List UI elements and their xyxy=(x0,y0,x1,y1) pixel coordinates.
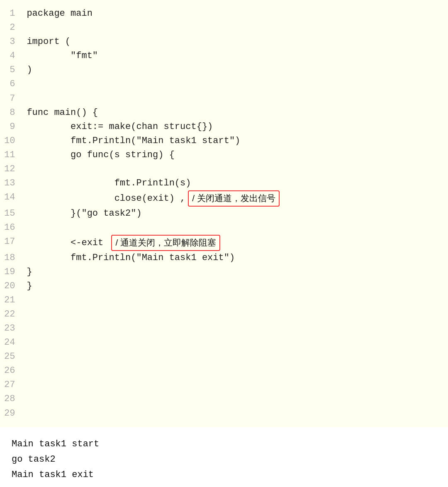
line-number: 4 xyxy=(0,49,22,63)
code-line: 26 xyxy=(0,364,448,378)
line-number: 13 xyxy=(0,176,22,190)
code-line: 10 fmt.Println("Main task1 start") xyxy=(0,134,448,148)
line-code xyxy=(22,162,448,176)
code-line: 4 "fmt" xyxy=(0,49,448,63)
code-line: 11 go func(s string) { xyxy=(0,148,448,162)
code-line: 8func main() { xyxy=(0,106,448,120)
annotation-box: / 关闭通道，发出信号 xyxy=(188,190,280,207)
line-code: func main() { xyxy=(22,106,448,120)
code-line: 5) xyxy=(0,63,448,77)
code-line: 20} xyxy=(0,279,448,293)
code-line: 6 xyxy=(0,77,448,91)
code-line: 7 xyxy=(0,92,448,106)
line-code: go func(s string) { xyxy=(22,148,448,162)
line-code xyxy=(22,364,448,378)
line-number: 8 xyxy=(0,106,22,120)
line-code: close(exit) ,/ 关闭通道，发出信号 xyxy=(22,190,448,207)
line-number: 20 xyxy=(0,279,22,293)
line-code: } xyxy=(22,279,448,293)
line-number: 7 xyxy=(0,92,22,106)
code-line: 28 xyxy=(0,392,448,406)
line-number: 25 xyxy=(0,350,22,364)
line-number: 27 xyxy=(0,378,22,392)
line-number: 23 xyxy=(0,321,22,336)
line-code xyxy=(22,92,448,106)
line-code: <-exit / 通道关闭，立即解除阻塞 xyxy=(22,235,448,251)
code-table: 1package main23import (4 "fmt"5)678func … xyxy=(0,7,448,421)
code-block: 1package main23import (4 "fmt"5)678func … xyxy=(0,0,448,427)
line-code xyxy=(22,321,448,336)
line-code: ) xyxy=(22,63,448,77)
code-line: 16 xyxy=(0,221,448,235)
code-line: 27 xyxy=(0,378,448,392)
code-line: 3import ( xyxy=(0,35,448,49)
code-line: 12 xyxy=(0,162,448,176)
code-line: 19} xyxy=(0,265,448,279)
line-code xyxy=(22,378,448,392)
line-number: 16 xyxy=(0,221,22,235)
code-line: 21 xyxy=(0,293,448,307)
code-line: 2 xyxy=(0,21,448,35)
line-code xyxy=(22,221,448,235)
code-line: 25 xyxy=(0,350,448,364)
line-number: 12 xyxy=(0,162,22,176)
code-line: 17 <-exit / 通道关闭，立即解除阻塞 xyxy=(0,235,448,251)
code-line: 29 xyxy=(0,407,448,421)
code-line: 24 xyxy=(0,336,448,350)
line-code xyxy=(22,407,448,421)
code-line: 14 close(exit) ,/ 关闭通道，发出信号 xyxy=(0,190,448,207)
line-number: 14 xyxy=(0,190,22,207)
code-line: 1package main xyxy=(0,7,448,21)
line-number: 10 xyxy=(0,134,22,148)
line-code: fmt.Println(s) xyxy=(22,176,448,190)
line-code xyxy=(22,350,448,364)
line-number: 6 xyxy=(0,77,22,91)
output-line: Main task1 exit xyxy=(12,467,436,482)
line-number: 9 xyxy=(0,120,22,134)
line-number: 28 xyxy=(0,392,22,406)
line-number: 26 xyxy=(0,364,22,378)
line-code: package main xyxy=(22,7,448,21)
annotation-box: / 通道关闭，立即解除阻塞 xyxy=(111,235,220,251)
code-line: 18 fmt.Println("Main task1 exit") xyxy=(0,251,448,265)
line-code xyxy=(22,392,448,406)
code-line: 23 xyxy=(0,321,448,336)
line-code xyxy=(22,293,448,307)
line-number: 29 xyxy=(0,407,22,421)
line-code: fmt.Println("Main task1 start") xyxy=(22,134,448,148)
line-number: 15 xyxy=(0,207,22,221)
code-line: 22 xyxy=(0,307,448,321)
line-number: 21 xyxy=(0,293,22,307)
line-number: 17 xyxy=(0,235,22,251)
output-area: Main task1 startgo task2Main task1 exit xyxy=(0,427,448,487)
line-code: }("go task2") xyxy=(22,207,448,221)
line-number: 22 xyxy=(0,307,22,321)
output-line: go task2 xyxy=(12,452,436,467)
line-code: fmt.Println("Main task1 exit") xyxy=(22,251,448,265)
line-code xyxy=(22,21,448,35)
line-number: 11 xyxy=(0,148,22,162)
line-code: exit:= make(chan struct{}) xyxy=(22,120,448,134)
output-line: Main task1 start xyxy=(12,436,436,452)
line-number: 2 xyxy=(0,21,22,35)
line-number: 18 xyxy=(0,251,22,265)
line-number: 5 xyxy=(0,63,22,77)
line-code: import ( xyxy=(22,35,448,49)
line-code: } xyxy=(22,265,448,279)
line-number: 1 xyxy=(0,7,22,21)
line-code: "fmt" xyxy=(22,49,448,63)
line-code xyxy=(22,307,448,321)
code-line: 15 }("go task2") xyxy=(0,207,448,221)
line-code xyxy=(22,77,448,91)
line-number: 24 xyxy=(0,336,22,350)
line-number: 3 xyxy=(0,35,22,49)
code-line: 9 exit:= make(chan struct{}) xyxy=(0,120,448,134)
code-line: 13 fmt.Println(s) xyxy=(0,176,448,190)
line-code xyxy=(22,336,448,350)
line-number: 19 xyxy=(0,265,22,279)
